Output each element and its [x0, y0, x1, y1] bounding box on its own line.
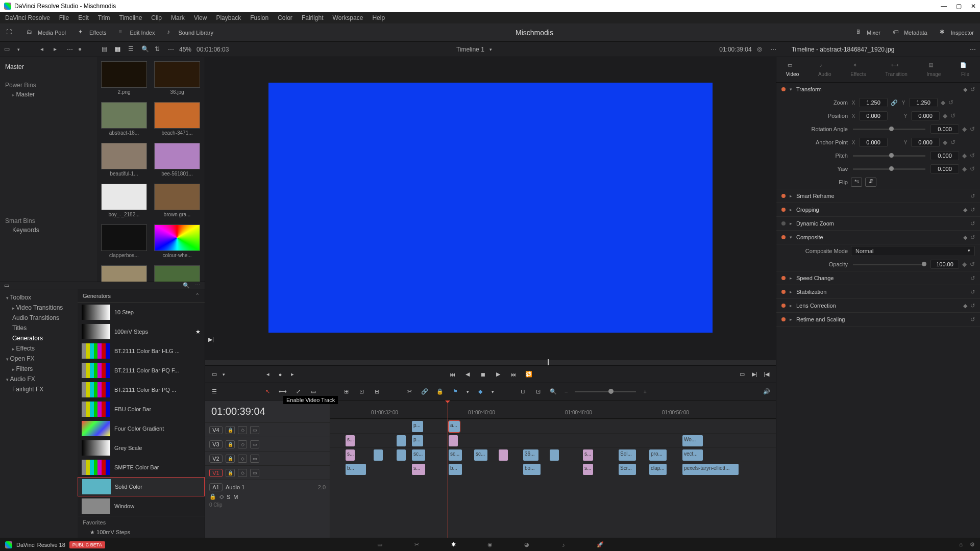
- selection-tool-icon[interactable]: ↖: [263, 388, 272, 396]
- fx-tree-audio-transitions[interactable]: Audio Transitions: [4, 313, 74, 323]
- inspector-tab-image[interactable]: 🖼Image: [927, 62, 941, 77]
- pitch-slider[interactable]: [853, 155, 925, 157]
- reset-icon[interactable]: ↺: [970, 234, 975, 241]
- timeline-view-icon[interactable]: ☰: [210, 388, 218, 396]
- track-enable-icon[interactable]: ▭: [250, 440, 259, 448]
- track-header-v3[interactable]: V3 🔒 ◇ ▭: [205, 437, 330, 451]
- next-clip-icon[interactable]: ▶|: [750, 370, 758, 379]
- keyframe-icon[interactable]: ◆: [963, 86, 967, 93]
- timeline-clip[interactable]: [499, 449, 508, 461]
- track-enable-icon[interactable]: ▭: [250, 426, 259, 434]
- inspector-options-icon[interactable]: ⋯: [970, 46, 976, 53]
- effects-button[interactable]: ✦Effects: [72, 23, 112, 41]
- fx-tree-toolbox[interactable]: Toolbox: [4, 292, 74, 303]
- detail-zoom-icon[interactable]: 🔍: [549, 388, 557, 396]
- media-thumb[interactable]: 2.png: [101, 61, 147, 95]
- opacity-slider[interactable]: [853, 264, 925, 265]
- overwrite-clip-icon[interactable]: ⊡: [357, 388, 365, 396]
- next-edit-icon[interactable]: ▸: [288, 370, 297, 379]
- favorite-star-icon[interactable]: ★: [195, 329, 201, 335]
- track-label[interactable]: V4: [209, 426, 223, 434]
- track-lane-v2[interactable]: s...sc...sc...sc...36...s...Sol...pro...…: [330, 447, 776, 462]
- keyframe-icon[interactable]: ◆: [963, 234, 967, 241]
- section-retime-and-scaling[interactable]: ▸Retime and Scaling ↺: [776, 313, 980, 326]
- section-composite[interactable]: ▾Composite ◆↺: [776, 231, 980, 244]
- timeline-clip[interactable]: p...: [412, 421, 423, 432]
- replace-clip-icon[interactable]: ⊟: [373, 388, 381, 396]
- timeline-clip[interactable]: a...: [449, 421, 460, 432]
- strip-view-icon[interactable]: ▤: [102, 45, 110, 54]
- timeline-clip[interactable]: bo...: [523, 464, 541, 475]
- track-header-v4[interactable]: V4 🔒 ◇ ▭: [205, 422, 330, 437]
- kf-icon[interactable]: ◆: [941, 99, 945, 106]
- section-smart-reframe[interactable]: ▸Smart Reframe ↺: [776, 189, 980, 203]
- viewer-zoom[interactable]: 45%: [179, 46, 191, 53]
- link-icon[interactable]: 🔗: [421, 388, 429, 396]
- viewer-scrubber[interactable]: [205, 360, 776, 365]
- reset-icon[interactable]: ↺: [970, 220, 975, 227]
- yaw-slider[interactable]: [853, 168, 925, 170]
- menu-mark[interactable]: Mark: [171, 14, 185, 21]
- flip-v-button[interactable]: ⇵: [865, 178, 876, 187]
- bin-view-icon[interactable]: ▭: [4, 45, 12, 54]
- record-icon[interactable]: ●: [78, 45, 86, 54]
- timeline-clip[interactable]: b...: [346, 464, 366, 475]
- loop-icon[interactable]: 🔁: [525, 370, 533, 379]
- transform-header[interactable]: ▾ Transform ◆↺: [776, 83, 980, 96]
- overlay-icon[interactable]: ▭: [738, 370, 746, 379]
- track-enable-icon[interactable]: ▭: [250, 455, 259, 463]
- section-speed-change[interactable]: ▸Speed Change ↺: [776, 271, 980, 285]
- minimize-button[interactable]: —: [941, 3, 947, 10]
- fx-tree-titles[interactable]: Titles: [4, 323, 74, 333]
- media-thumb[interactable]: boy_-_2182...: [101, 184, 147, 217]
- audio-lock-icon[interactable]: 🔒: [209, 493, 216, 500]
- sound-library-button[interactable]: ♪Sound Library: [161, 23, 219, 41]
- track-lock-icon[interactable]: 🔒: [226, 469, 235, 477]
- dropdown-icon[interactable]: ▾: [17, 47, 20, 52]
- generator-item[interactable]: Four Color Gradient: [78, 419, 205, 438]
- menu-davinci-resolve[interactable]: DaVinci Resolve: [5, 14, 50, 21]
- composite-mode-select[interactable]: Normal▾: [851, 246, 975, 256]
- inspector-tab-transition[interactable]: ⟷Transition: [885, 62, 908, 77]
- timeline-clip[interactable]: Scr...: [619, 464, 636, 475]
- reset-icon[interactable]: ↺: [970, 193, 975, 199]
- opacity-input[interactable]: 100.00: [930, 260, 959, 269]
- media-thumb[interactable]: dog-18014...: [154, 265, 200, 282]
- track-header-v1[interactable]: V1 🔒 ◇ ▭: [205, 465, 330, 480]
- keyframe-icon[interactable]: ◆: [963, 303, 967, 309]
- pos-x-input[interactable]: 0.000: [859, 111, 888, 120]
- options-icon[interactable]: ⋯: [168, 46, 174, 53]
- timeline-clip[interactable]: 36...: [523, 449, 538, 461]
- timeline-clip[interactable]: vect...: [682, 449, 703, 461]
- reset-icon[interactable]: ↺: [970, 207, 975, 213]
- reset-icon[interactable]: ↺: [970, 86, 975, 93]
- insert-dropdown-icon[interactable]: ▾: [223, 372, 225, 377]
- generator-item[interactable]: BT.2111 Color Bar PQ F...: [78, 361, 205, 380]
- inspector-tab-audio[interactable]: ♪Audio: [818, 62, 831, 77]
- inspector-tab-effects[interactable]: ✦Effects: [850, 62, 866, 77]
- media-thumb[interactable]: desert-471...: [101, 265, 147, 282]
- audio-track-label[interactable]: A1: [209, 483, 223, 491]
- inspector-tab-file[interactable]: 📄File: [960, 62, 970, 77]
- menu-trim[interactable]: Trim: [98, 14, 110, 21]
- media-thumb[interactable]: beautiful-1...: [101, 143, 147, 177]
- timeline-clip[interactable]: b...: [449, 464, 462, 475]
- generator-item[interactable]: 10 Step: [78, 303, 205, 322]
- menu-view[interactable]: View: [194, 14, 207, 21]
- thumb-view-icon[interactable]: ▦: [115, 45, 123, 54]
- bypass-icon[interactable]: ◎: [757, 45, 765, 54]
- link-zoom-icon[interactable]: 🔗: [891, 99, 898, 106]
- lock-icon[interactable]: 🔒: [436, 388, 444, 396]
- fx-tree-video-transitions[interactable]: Video Transitions: [4, 303, 74, 313]
- zoom-x-input[interactable]: 1.250: [859, 98, 888, 107]
- timeline-clip[interactable]: [397, 449, 406, 461]
- timeline-clip[interactable]: Sol...: [619, 449, 636, 461]
- effects-panel-icon[interactable]: ▭: [4, 282, 9, 289]
- audio-enable-icon[interactable]: ◇: [219, 493, 224, 500]
- generator-item[interactable]: SMPTE Color Bar: [78, 458, 205, 477]
- marker-dropdown-icon[interactable]: ▾: [492, 389, 494, 394]
- fullscreen-button[interactable]: ⛶: [0, 23, 20, 41]
- menu-color[interactable]: Color: [278, 14, 292, 21]
- timeline-clip[interactable]: s...: [412, 464, 425, 475]
- reset-prop-icon[interactable]: ↺: [948, 99, 953, 106]
